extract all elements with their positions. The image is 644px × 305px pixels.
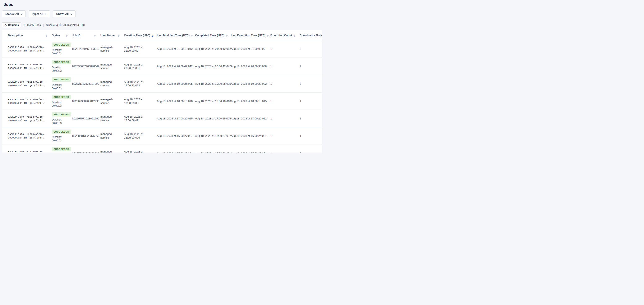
status-badge: SUCCEEDED bbox=[52, 147, 71, 151]
jobs-table-body: BACKUP INTO '/2023/08/18-000000.00' IN '… bbox=[2, 40, 322, 153]
user-name-cell: managed-service bbox=[98, 93, 122, 110]
type-filter-label: Type: All bbox=[32, 12, 43, 16]
user-name-cell: managed-service bbox=[98, 110, 122, 127]
table-row: BACKUP INTO '/2023/08/18-000000.00' IN '… bbox=[2, 58, 322, 75]
last-modified-time-cell: Aug 18, 2023 at 19:00:25:025 bbox=[155, 75, 193, 93]
filters-bar: Status: All Type: All Show: All bbox=[2, 11, 322, 17]
job-description-link[interactable]: BACKUP INTO '/2023/08/18-000000.00' IN '… bbox=[8, 115, 47, 122]
sort-arrows-icon bbox=[190, 35, 193, 37]
chevron-down-icon bbox=[70, 13, 72, 15]
sort-arrows-icon bbox=[265, 35, 269, 37]
jobs-count: 1-20 of 55 jobs bbox=[24, 24, 41, 27]
description-cell: BACKUP INTO '/2023/08/18-000000.00' IN '… bbox=[2, 127, 50, 145]
sort-arrows-icon bbox=[44, 35, 47, 37]
toolbar-separator: | bbox=[43, 24, 44, 27]
completed-time-cell: Aug 18, 2023 at 21:00:12:012 bbox=[193, 40, 229, 58]
status-badge: SUCCEEDED bbox=[52, 77, 71, 82]
job-id-cell: 892297573923061762 bbox=[70, 110, 98, 127]
jobs-table: Description Status Job ID User Name bbox=[2, 30, 322, 153]
column-header-status[interactable]: Status bbox=[50, 30, 70, 40]
last-modified-time-cell: Aug 18, 2023 at 16:00:27:027 bbox=[155, 127, 193, 145]
user-name-cell: managed-service bbox=[98, 40, 122, 58]
coordinator-node-cell: 2 bbox=[298, 58, 322, 75]
user-name-cell: managed-service bbox=[98, 58, 122, 75]
last-execution-time-cell: Aug 18, 2023 at 15:00:05:05 bbox=[229, 145, 268, 153]
job-duration: Duration: 00:00:03 bbox=[52, 101, 67, 108]
column-header-description[interactable]: Description bbox=[2, 30, 50, 40]
job-description-link[interactable]: BACKUP INTO '/2023/08/18-000000.00' IN '… bbox=[8, 98, 47, 105]
column-header-completed-time[interactable]: Completed Time (UTC) bbox=[193, 30, 229, 40]
execution-count-cell: 1 bbox=[268, 40, 298, 58]
execution-count-cell: 1 bbox=[268, 145, 298, 153]
completed-time-cell: Aug 18, 2023 at 20:00:42:042 bbox=[193, 58, 229, 75]
job-description-link[interactable]: BACKUP INTO '/2023/08/18-000000.00' IN '… bbox=[8, 63, 47, 70]
description-cell: BACKUP INTO '/2023/08/18-000000.00' IN '… bbox=[2, 110, 50, 127]
job-id-cell: 892273953631109121 bbox=[70, 145, 98, 153]
user-name-cell: managed-service bbox=[98, 145, 122, 153]
columns-button[interactable]: ⚙ Columns bbox=[2, 22, 21, 28]
column-header-coordinator-node[interactable]: Coordinator Node bbox=[298, 30, 322, 40]
column-header-execution-count[interactable]: Execution Count bbox=[268, 30, 298, 40]
status-badge: SUCCEEDED bbox=[52, 130, 71, 134]
column-header-creation-time[interactable]: Creation Time (UTC) bbox=[122, 30, 155, 40]
status-cell: SUCCEEDED Duration: 00:00:03 bbox=[50, 145, 70, 153]
last-execution-time-cell: Aug 18, 2023 at 17:00:22:022 bbox=[229, 110, 268, 127]
job-description-link[interactable]: BACKUP INTO '/2023/08/18-000000.00' IN '… bbox=[8, 150, 47, 153]
chevron-down-icon bbox=[20, 13, 22, 15]
job-duration: Duration: 00:00:03 bbox=[52, 48, 67, 56]
user-name-cell: managed-service bbox=[98, 75, 122, 93]
creation-time-cell: Aug 18, 2023 at 19:00:13:013 bbox=[122, 75, 155, 93]
jobs-page: Jobs Status: All Type: All Show: All ⚙ C… bbox=[0, 0, 322, 153]
last-modified-time-cell: Aug 18, 2023 at 20:00:42:042 bbox=[155, 58, 193, 75]
column-header-last-modified-time[interactable]: Last Modified Time (UTC) bbox=[155, 30, 193, 40]
description-cell: BACKUP INTO '/2023/08/18-000000.00' IN '… bbox=[2, 145, 50, 153]
status-cell: SUCCEEDED Duration: 00:00:03 bbox=[50, 127, 70, 145]
last-execution-time-cell: Aug 18, 2023 at 19:00:22:022 bbox=[229, 75, 268, 93]
last-modified-time-cell: Aug 18, 2023 at 21:00:12:012 bbox=[155, 40, 193, 58]
sort-arrows-icon bbox=[150, 35, 154, 37]
coordinator-node-cell: 3 bbox=[298, 145, 322, 153]
column-header-user-name[interactable]: User Name bbox=[98, 30, 122, 40]
job-description-link[interactable]: BACKUP INTO '/2023/08/18-000000.00' IN '… bbox=[8, 45, 47, 53]
creation-time-cell: Aug 18, 2023 at 16:00:20:020 bbox=[122, 127, 155, 145]
job-duration: Duration: 00:00:03 bbox=[52, 135, 67, 142]
last-execution-time-cell: Aug 18, 2023 at 21:00:09:09 bbox=[229, 40, 268, 58]
jobs-table-container: Description Status Job ID User Name bbox=[2, 30, 322, 153]
job-id-cell: 892309368985812993 bbox=[70, 93, 98, 110]
creation-time-cell: Aug 18, 2023 at 17:00:09:09 bbox=[122, 110, 155, 127]
creation-time-cell: Aug 18, 2023 at 20:00:31:031 bbox=[122, 58, 155, 75]
status-cell: SUCCEEDED Duration: 00:00:03 bbox=[50, 75, 70, 93]
column-header-job-id[interactable]: Job ID bbox=[70, 30, 98, 40]
status-badge: SUCCEEDED bbox=[52, 60, 71, 64]
execution-count-cell: 1 bbox=[268, 93, 298, 110]
table-row: BACKUP INTO '/2023/08/18-000000.00' IN '… bbox=[2, 93, 322, 110]
status-cell: SUCCEEDED Duration: 00:00:03 bbox=[50, 93, 70, 110]
job-description-link[interactable]: BACKUP INTO '/2023/08/18-000000.00' IN '… bbox=[8, 80, 47, 87]
status-badge: SUCCEEDED bbox=[52, 43, 71, 47]
last-execution-time-cell: Aug 18, 2023 at 16:00:24:024 bbox=[229, 127, 268, 145]
last-modified-time-cell: Aug 18, 2023 at 17:00:25:025 bbox=[155, 110, 193, 127]
last-modified-time-cell: Aug 18, 2023 at 18:00:18:018 bbox=[155, 93, 193, 110]
sort-arrows-icon bbox=[64, 35, 68, 37]
status-cell: SUCCEEDED Duration: 00:00:03 bbox=[50, 58, 70, 75]
job-id-cell: 892333037460848642 bbox=[70, 58, 98, 75]
execution-count-cell: 1 bbox=[268, 58, 298, 75]
description-cell: BACKUP INTO '/2023/08/18-000000.00' IN '… bbox=[2, 40, 50, 58]
status-badge: SUCCEEDED bbox=[52, 112, 71, 117]
coordinator-node-cell: 1 bbox=[298, 93, 322, 110]
last-execution-time-cell: Aug 18, 2023 at 18:00:15:015 bbox=[229, 93, 268, 110]
show-filter-dropdown[interactable]: Show: All bbox=[53, 11, 76, 17]
column-header-last-execution-time[interactable]: Last Execution Time (UTC) bbox=[229, 30, 268, 40]
status-badge: SUCCEEDED bbox=[52, 95, 71, 99]
job-id-cell: 892321182136107009 bbox=[70, 75, 98, 93]
status-filter-dropdown[interactable]: Status: All bbox=[2, 11, 26, 17]
execution-count-cell: 1 bbox=[268, 75, 298, 93]
job-description-link[interactable]: BACKUP INTO '/2023/08/18-000000.00' IN '… bbox=[8, 132, 47, 140]
last-execution-time-cell: Aug 18, 2023 at 20:00:38:038 bbox=[229, 58, 268, 75]
table-row: BACKUP INTO '/2023/08/18-000000.00' IN '… bbox=[2, 127, 322, 145]
type-filter-dropdown[interactable]: Type: All bbox=[29, 11, 50, 17]
completed-time-cell: Aug 18, 2023 at 16:00:27:027 bbox=[193, 127, 229, 145]
status-cell: SUCCEEDED Duration: 00:00:03 bbox=[50, 40, 70, 58]
job-duration: Duration: 00:00:03 bbox=[52, 66, 67, 73]
completed-time-cell: Aug 18, 2023 at 18:00:18:018 bbox=[193, 93, 229, 110]
